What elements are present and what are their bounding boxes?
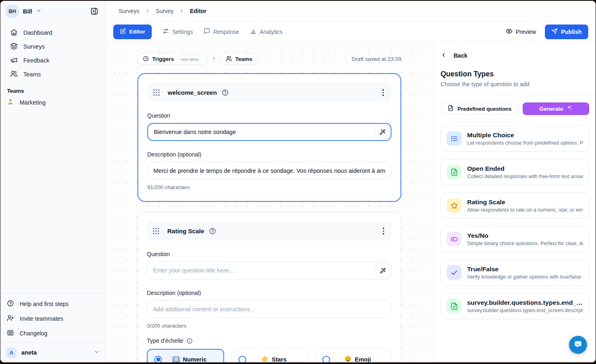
triggers-chip[interactable]: Triggers one-time bbox=[137, 53, 207, 65]
more-options-icon[interactable] bbox=[381, 226, 386, 236]
newspaper-icon bbox=[7, 329, 14, 337]
question-card-header: Rating Scale bbox=[147, 221, 392, 241]
avatar[interactable]: BH bbox=[5, 4, 19, 18]
chat-bubble-icon bbox=[574, 340, 583, 350]
back-button[interactable]: Back bbox=[441, 52, 469, 59]
magic-wand-icon[interactable] bbox=[376, 264, 390, 278]
sidebar-item-feedback[interactable]: Feedback bbox=[4, 54, 102, 67]
help-circle-icon[interactable] bbox=[222, 89, 229, 96]
sidebar-item-label: Invite teammates bbox=[20, 315, 63, 322]
scale-option-label: Numeric bbox=[183, 356, 207, 362]
message-square-icon bbox=[204, 28, 210, 36]
drag-handle-icon[interactable] bbox=[153, 228, 159, 234]
question-type-list: Multiple Choice Let respondents choose f… bbox=[441, 125, 589, 319]
type-card-rating-scale[interactable]: Rating Scale Allow respondents to rate o… bbox=[441, 192, 589, 219]
question-card-rating-scale[interactable]: Rating Scale Question Description (optio… bbox=[137, 212, 401, 362]
sidebar-item-teams[interactable]: Teams bbox=[4, 67, 102, 81]
generate-label: Generate bbox=[539, 106, 563, 112]
chevron-down-icon bbox=[94, 349, 100, 357]
preview-label: Preview bbox=[516, 29, 536, 35]
sidebar-item-label: Help and first steps bbox=[20, 301, 69, 307]
sidebar-item-changelog[interactable]: Changelog bbox=[0, 326, 106, 341]
scale-type-label: Type d'échelle bbox=[147, 337, 392, 344]
triggers-chip-label: Triggers bbox=[152, 56, 174, 62]
tab-settings[interactable]: Settings bbox=[162, 28, 193, 36]
description-input[interactable] bbox=[147, 162, 391, 179]
radio-icon bbox=[322, 356, 330, 363]
preview-button[interactable]: Preview bbox=[506, 28, 536, 36]
type-description: Simple binary choice questions. Perfect … bbox=[467, 241, 583, 246]
scale-option-numeric[interactable]: # Numeric bbox=[147, 349, 224, 362]
question-label: Question bbox=[147, 112, 391, 119]
help-circle-icon[interactable] bbox=[209, 228, 216, 234]
breadcrumb-surveys[interactable]: Surveys bbox=[119, 8, 139, 14]
users-icon bbox=[10, 70, 18, 79]
tab-label: Response bbox=[214, 29, 239, 35]
sparkles-icon bbox=[567, 105, 573, 112]
sidebar-item-help[interactable]: Help and first steps bbox=[0, 297, 106, 311]
chevron-down-icon[interactable] bbox=[36, 8, 42, 15]
pencil-square-icon bbox=[120, 28, 126, 36]
hash-keycap-icon: # bbox=[172, 356, 180, 363]
sidebar-item-label: Feedback bbox=[23, 57, 49, 64]
document-icon bbox=[447, 165, 461, 179]
type-name: Yes/No bbox=[467, 232, 583, 239]
question-card-welcome-screen[interactable]: welcome_screen Question Description (opt… bbox=[137, 73, 401, 202]
magic-wand-icon[interactable] bbox=[375, 125, 389, 139]
info-icon[interactable] bbox=[187, 338, 193, 344]
sidebar-item-team-marketing[interactable]: Marketing bbox=[0, 96, 106, 109]
account-avatar: A bbox=[6, 347, 17, 358]
sidebar-item-invite[interactable]: Invite teammates bbox=[0, 311, 106, 326]
type-description: Collect detailed responses with free-for… bbox=[467, 174, 583, 179]
tab-editor[interactable]: Editor bbox=[113, 25, 152, 39]
sidebar-item-surveys[interactable]: Surveys bbox=[4, 40, 102, 54]
drag-handle-icon[interactable] bbox=[153, 89, 160, 96]
panel-title: Question Types bbox=[441, 70, 589, 78]
type-card-multiple-choice[interactable]: Multiple Choice Let respondents choose f… bbox=[441, 125, 589, 152]
teams-chip[interactable]: Teams bbox=[220, 53, 258, 65]
megaphone-icon bbox=[10, 56, 18, 65]
chat-launcher-button[interactable] bbox=[569, 336, 587, 354]
list-icon bbox=[447, 131, 461, 146]
question-title-input[interactable] bbox=[147, 261, 392, 279]
generate-button[interactable]: Generate bbox=[523, 103, 589, 115]
sidebar-item-dashboard[interactable]: Dashboard bbox=[4, 26, 102, 40]
sidebar-item-label: Surveys bbox=[23, 43, 45, 50]
more-options-icon[interactable] bbox=[381, 87, 386, 98]
breadcrumb: Surveys Survey Editor bbox=[106, 1, 596, 22]
question-title-input[interactable] bbox=[147, 123, 391, 141]
breadcrumb-survey[interactable]: Survey bbox=[156, 8, 174, 14]
sliders-icon bbox=[162, 28, 169, 36]
description-label: Description (optional) bbox=[147, 290, 392, 296]
sidebar-toggle-icon[interactable] bbox=[88, 5, 101, 18]
technologist-emoji-icon bbox=[7, 98, 14, 107]
help-circle-icon bbox=[7, 300, 14, 308]
tab-analytics[interactable]: Analytics bbox=[250, 28, 283, 36]
publish-button[interactable]: Publish bbox=[545, 25, 588, 39]
type-card-open-ended[interactable]: Open Ended Collect detailed responses wi… bbox=[441, 159, 589, 185]
account-switcher[interactable]: A aneta bbox=[0, 343, 106, 362]
question-card-title: welcome_screen bbox=[168, 89, 217, 96]
type-card-true-false[interactable]: True/False Verify knowledge or gather op… bbox=[441, 259, 589, 286]
type-card-yes-no[interactable]: Yes/No Simple binary choice questions. P… bbox=[441, 226, 589, 252]
file-code-icon bbox=[448, 105, 454, 112]
star-emoji-icon bbox=[261, 355, 269, 363]
sidebar: BH Bill Dashboard Surveys Feedback bbox=[0, 1, 106, 362]
description-input[interactable] bbox=[147, 300, 392, 318]
type-description: Allow respondents to rate on a numeric, … bbox=[467, 207, 583, 213]
type-name: Open Ended bbox=[467, 165, 583, 172]
tab-response[interactable]: Response bbox=[204, 28, 239, 36]
sidebar-item-label: Dashboard bbox=[23, 29, 52, 36]
character-count: 0/200 characters bbox=[147, 323, 392, 329]
check-icon bbox=[447, 265, 461, 280]
scale-option-stars[interactable]: Stars bbox=[232, 349, 308, 362]
scale-type-options: # Numeric Stars Emoji bbox=[147, 349, 392, 362]
eye-icon bbox=[506, 28, 513, 36]
predefined-questions-button[interactable]: Predefined questions bbox=[441, 103, 519, 115]
scale-option-emoji[interactable]: Emoji bbox=[315, 349, 392, 362]
account-name: aneta bbox=[21, 349, 89, 356]
toggle-icon bbox=[447, 232, 461, 246]
send-icon bbox=[551, 28, 558, 36]
workspace-name[interactable]: Bill bbox=[23, 8, 32, 15]
type-card-end-screen[interactable]: survey.builder.questions.types.end_scr..… bbox=[441, 293, 589, 319]
